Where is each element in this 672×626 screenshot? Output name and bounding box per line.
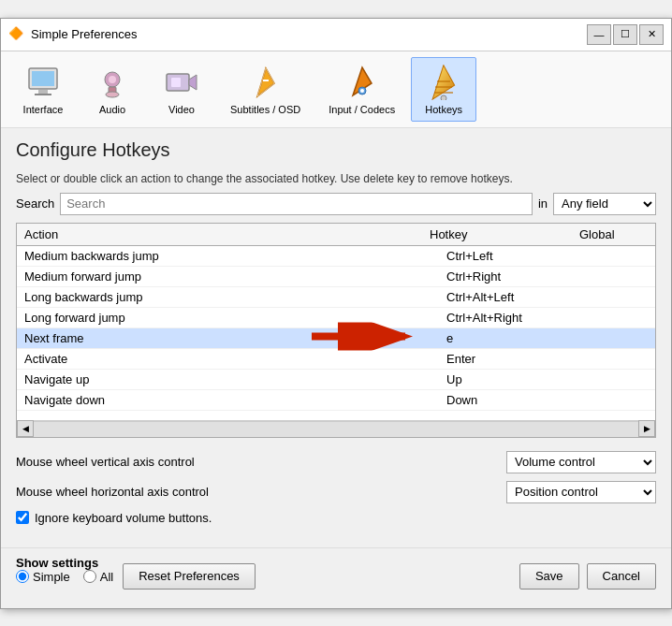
title-bar-left: 🔶 Simple Preferences	[8, 26, 137, 43]
header-action: Action	[24, 227, 430, 241]
radio-all: All	[83, 570, 113, 584]
title-bar: 🔶 Simple Preferences — ☐ ✕	[1, 19, 671, 51]
search-row: Search in Any field Action Hotkey	[16, 193, 656, 215]
hscroll-right-button[interactable]: ▶	[638, 420, 655, 437]
hscroll-track[interactable]	[34, 421, 638, 437]
search-input[interactable]	[60, 193, 533, 215]
all-radio[interactable]	[83, 570, 96, 583]
toolbar-input[interactable]: Input / Codecs	[316, 57, 407, 122]
search-in-label: in	[538, 197, 548, 211]
toolbar-interface-label: Interface	[23, 104, 64, 115]
horizontal-control-dropdown[interactable]: Position control Volume control No actio…	[506, 481, 656, 503]
svg-marker-9	[189, 75, 197, 90]
search-field-dropdown[interactable]: Any field Action Hotkey	[553, 193, 656, 215]
header-hotkey: Hotkey	[430, 227, 579, 241]
table-row[interactable]: Navigate up Up	[17, 370, 655, 390]
checkbox-label[interactable]: Ignore keyboard volume buttons.	[35, 511, 212, 525]
table-row[interactable]: Long backwards jump Ctrl+Alt+Left	[17, 287, 655, 308]
toolbar-video[interactable]: Video	[149, 57, 214, 122]
toolbar-input-label: Input / Codecs	[329, 104, 395, 115]
table-row[interactable]: Navigate down Down	[17, 390, 655, 411]
row-hotkey: Ctrl+Alt+Right	[446, 311, 596, 325]
close-button[interactable]: ✕	[639, 24, 664, 45]
horizontal-scrollbar[interactable]: ◀ ▶	[17, 420, 655, 437]
save-button[interactable]: Save	[519, 563, 579, 590]
show-settings-section: Show settings Simple All	[16, 556, 113, 584]
cancel-button[interactable]: Cancel	[587, 563, 656, 590]
audio-icon	[94, 64, 131, 101]
checkbox-row: Ignore keyboard volume buttons.	[16, 511, 656, 525]
horizontal-control-label: Mouse wheel horizontal axis control	[16, 485, 506, 499]
svg-marker-11	[257, 68, 274, 96]
row-hotkey: Up	[446, 372, 596, 386]
vertical-control-row: Mouse wheel vertical axis control Volume…	[16, 451, 656, 473]
row-action: Medium backwards jump	[24, 249, 446, 263]
interface-icon	[24, 64, 62, 101]
row-action: Long backwards jump	[24, 290, 446, 304]
toolbar-hotkeys-label: Hotkeys	[425, 104, 462, 115]
header-scroll-space	[631, 227, 648, 241]
svg-point-5	[109, 76, 116, 83]
svg-marker-18	[433, 66, 454, 98]
radio-simple: Simple	[16, 570, 70, 584]
bottom-left: Show settings Simple All Reset Preferenc…	[16, 556, 256, 597]
toolbar-video-label: Video	[168, 104, 195, 115]
maximize-button[interactable]: ☐	[613, 24, 637, 45]
row-action: Medium forward jump	[24, 269, 446, 284]
table-row[interactable]: Medium backwards jump Ctrl+Left	[17, 246, 655, 267]
table-header: Action Hotkey Global	[17, 224, 655, 246]
hscroll-left-button[interactable]: ◀	[17, 420, 34, 437]
toolbar-interface[interactable]: Interface	[10, 57, 76, 122]
row-hotkey: Ctrl+Right	[446, 269, 596, 284]
title-bar-controls: — ☐ ✕	[587, 24, 664, 45]
instruction-text: Select or double click an action to chan…	[16, 172, 656, 185]
table-row[interactable]: Activate Enter	[17, 349, 655, 370]
svg-point-22	[441, 95, 446, 100]
show-settings-label: Show settings	[16, 556, 98, 570]
toolbar-audio-label: Audio	[99, 104, 125, 115]
row-hotkey: Enter	[446, 352, 596, 366]
row-action: Navigate down	[24, 393, 446, 407]
toolbar: Interface Audio Video	[1, 51, 671, 128]
minimize-button[interactable]: —	[587, 24, 611, 45]
hotkeys-icon	[425, 64, 462, 101]
table-row[interactable]: Long forward jump Ctrl+Alt+Right	[17, 308, 655, 328]
svg-rect-10	[171, 78, 181, 87]
table-row-selected[interactable]: Next frame e	[17, 328, 655, 349]
header-global: Global	[579, 227, 631, 241]
table-body[interactable]: Medium backwards jump Ctrl+Left Medium f…	[17, 246, 655, 420]
svg-rect-1	[32, 71, 54, 86]
table-row[interactable]: Medium forward jump Ctrl+Right	[17, 267, 655, 287]
subtitles-icon	[247, 64, 285, 101]
radio-row: Simple All	[16, 570, 113, 584]
row-hotkey: Ctrl+Alt+Left	[446, 290, 596, 304]
toolbar-subtitles-label: Subtitles / OSD	[230, 104, 300, 115]
toolbar-subtitles[interactable]: Subtitles / OSD	[218, 57, 313, 122]
all-radio-label[interactable]: All	[100, 570, 113, 584]
ignore-kb-checkbox[interactable]	[16, 511, 29, 524]
row-action: Long forward jump	[24, 311, 446, 325]
svg-rect-3	[35, 94, 51, 95]
row-hotkey: Ctrl+Left	[446, 249, 596, 263]
title-bar-title: Simple Preferences	[31, 27, 137, 41]
input-icon	[343, 64, 381, 101]
toolbar-hotkeys[interactable]: Hotkeys	[411, 57, 476, 122]
row-action: Activate	[24, 352, 446, 366]
bottom-right: Save Cancel	[519, 563, 656, 590]
hotkeys-table: Action Hotkey Global Medium backwards ju…	[16, 223, 656, 438]
svg-point-7	[106, 92, 119, 97]
row-hotkey: Down	[446, 393, 596, 407]
toolbar-audio[interactable]: Audio	[80, 57, 145, 122]
svg-rect-2	[38, 90, 48, 94]
section-title: Configure Hotkeys	[16, 139, 656, 161]
video-icon	[163, 64, 200, 101]
vertical-control-dropdown[interactable]: Volume control Position control No actio…	[506, 451, 656, 473]
reset-preferences-button[interactable]: Reset Preferences	[123, 563, 256, 590]
search-label: Search	[16, 197, 54, 211]
controls-section: Mouse wheel vertical axis control Volume…	[16, 451, 656, 525]
simple-radio[interactable]	[16, 570, 29, 583]
svg-rect-13	[263, 80, 269, 81]
simple-radio-label[interactable]: Simple	[33, 570, 70, 584]
horizontal-control-row: Mouse wheel horizontal axis control Posi…	[16, 481, 656, 503]
main-content: Configure Hotkeys Select or double click…	[1, 128, 671, 547]
